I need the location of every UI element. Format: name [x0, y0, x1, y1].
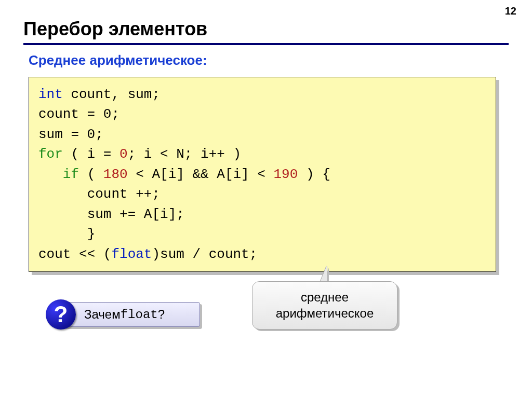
question-suffix: ?: [158, 307, 165, 322]
question-mono: float: [121, 308, 158, 322]
callout-line: среднее: [258, 289, 392, 305]
question-mark-icon: ?: [46, 299, 76, 330]
code-keyword: for: [38, 146, 63, 162]
code-block: int count, sum; count = 0; sum = 0; for …: [29, 77, 496, 272]
code-text: sum = 0;: [38, 127, 103, 142]
code-text: count = 0;: [38, 106, 119, 122]
code-content: int count, sum; count = 0; sum = 0; for …: [29, 77, 496, 272]
callout-box: среднее арифметическое: [252, 281, 397, 329]
callout-line: арифметическое: [258, 305, 392, 321]
question-text: Зачем: [84, 307, 121, 322]
slide-content: Перебор элементов Среднее арифметическое…: [0, 0, 532, 364]
code-number: 190: [274, 167, 298, 182]
code-number: 180: [103, 167, 128, 182]
slide-title: Перебор элементов: [23, 18, 509, 45]
code-keyword: int: [38, 87, 63, 102]
code-text: (: [79, 167, 103, 182]
code-text: ) {: [298, 167, 330, 182]
code-text: count ++;: [87, 186, 160, 202]
code-text: sum += A[i];: [87, 207, 184, 222]
code-number: 0: [119, 146, 128, 162]
code-text: )sum / count;: [152, 246, 257, 262]
code-text: count, sum;: [63, 87, 160, 102]
code-keyword: float: [111, 246, 152, 262]
code-text: < A[i] && A[i] <: [128, 167, 274, 182]
code-text: }: [87, 226, 96, 242]
question-box: ? Зачем float?: [60, 302, 200, 327]
code-text: ( i =: [63, 146, 119, 162]
code-text: cout << (: [38, 246, 111, 262]
code-text: ; i < N; i++ ): [128, 146, 241, 162]
slide-subtitle: Среднее арифметическое:: [29, 52, 509, 68]
page-number: 12: [505, 5, 516, 17]
code-keyword: if: [63, 167, 79, 182]
